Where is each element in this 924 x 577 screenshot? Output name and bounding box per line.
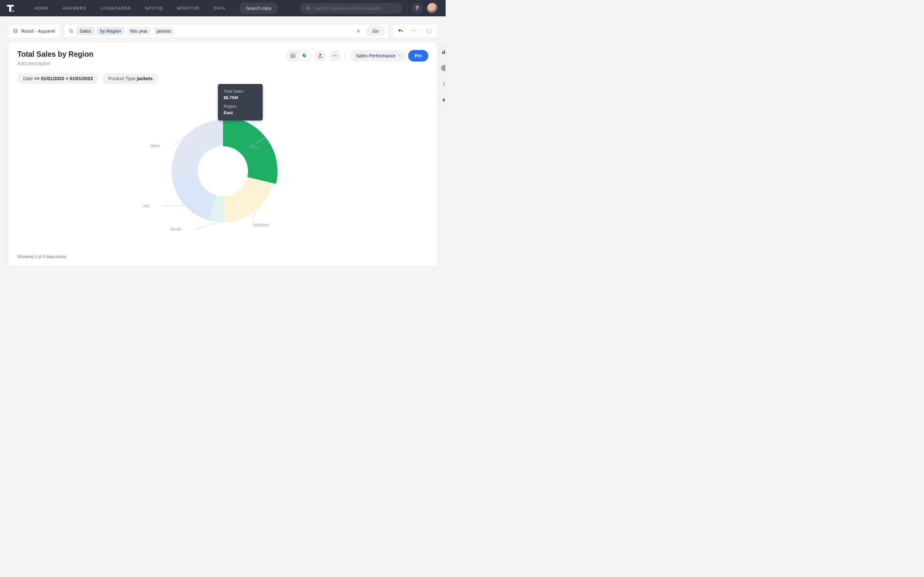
datasource-label: Retail - Apparel <box>21 29 55 34</box>
database-icon <box>13 29 18 34</box>
datasource-selector[interactable]: Retail - Apparel <box>8 24 60 38</box>
go-button[interactable]: Go <box>365 26 386 36</box>
liveboard-dropdown[interactable]: Sales Performance <box>350 50 405 61</box>
nav-home[interactable]: HOME <box>27 6 56 11</box>
gear-icon <box>441 65 446 71</box>
search-icon <box>69 29 74 34</box>
svg-line-21 <box>162 205 184 206</box>
nav-liveboards[interactable]: LIVEBOARDS <box>94 6 138 11</box>
spotiq-button[interactable] <box>438 94 446 106</box>
chart-area: Total Sales: $6.75M Region: East EastMid… <box>17 84 428 251</box>
slice-label-south: South <box>170 227 181 231</box>
svg-point-17 <box>336 55 337 56</box>
nav-monitor[interactable]: MONITOR <box>170 6 206 11</box>
slice-label-west: West <box>150 143 160 148</box>
more-icon <box>333 53 338 58</box>
answer-title[interactable]: Total Sales by Region <box>17 50 286 59</box>
nav-data[interactable]: DATA <box>207 6 233 11</box>
search-bar[interactable]: Sales by Region this year jackets Go <box>64 24 389 38</box>
reset-button[interactable] <box>424 26 435 37</box>
answer-description[interactable]: Add description <box>17 61 286 66</box>
redo-button[interactable] <box>407 26 418 37</box>
donut-chart[interactable]: EastMidwestSouthSouthwestWest <box>143 104 303 232</box>
history-controls <box>393 24 438 38</box>
divider <box>407 4 407 13</box>
svg-point-28 <box>444 82 444 83</box>
nav-answers[interactable]: ANSWERS <box>56 6 94 11</box>
info-icon <box>441 81 446 87</box>
undo-icon <box>398 28 404 34</box>
nav-spotiq[interactable]: SPOTIQ <box>138 6 170 11</box>
chart-config-button[interactable] <box>438 46 446 58</box>
svg-point-6 <box>69 29 72 32</box>
query-toolbar: Retail - Apparel Sales by Region this ye… <box>0 16 446 42</box>
export-icon <box>318 53 323 58</box>
bolt-icon <box>441 97 446 103</box>
svg-rect-25 <box>445 52 446 54</box>
table-view-button[interactable] <box>287 51 299 61</box>
divider <box>421 27 421 35</box>
table-icon <box>290 53 296 59</box>
donut-slice-east[interactable] <box>223 117 278 184</box>
query-token[interactable]: Sales <box>76 27 94 35</box>
search-icon <box>306 6 311 11</box>
query-token[interactable]: this year <box>127 27 151 35</box>
info-button[interactable] <box>438 78 446 90</box>
pie-chart-icon <box>302 53 307 59</box>
donut-slice-southwest[interactable] <box>172 175 216 221</box>
reset-icon <box>426 28 432 34</box>
divider <box>345 50 346 61</box>
viz-toggle <box>286 50 311 61</box>
filter-label: Date <box>23 76 34 81</box>
filter-label: Product Type <box>108 76 137 81</box>
filter-chip-date[interactable]: Date >= 01/01/2022 < 01/01/2023 <box>17 73 99 84</box>
svg-rect-23 <box>442 52 443 54</box>
chart-tooltip: Total Sales: $6.75M Region: East <box>218 84 263 121</box>
filter-chip-product-type[interactable]: Product Type jackets <box>102 73 158 84</box>
query-token[interactable]: by Region <box>97 27 124 35</box>
chart-view-button[interactable] <box>299 51 310 61</box>
svg-line-4 <box>309 9 310 10</box>
tooltip-metric-label: Total Sales: <box>224 89 257 95</box>
data-points-note: Showing 5 of 5 data points <box>17 254 428 259</box>
svg-rect-24 <box>444 50 445 53</box>
chevron-down-icon <box>398 53 402 58</box>
settings-button[interactable] <box>438 62 446 74</box>
user-avatar[interactable] <box>427 3 438 14</box>
global-search[interactable] <box>300 3 402 14</box>
undo-button[interactable] <box>395 26 406 37</box>
pin-button[interactable]: Pin <box>408 50 428 61</box>
search-data-button[interactable]: Search data <box>239 3 278 14</box>
svg-line-20 <box>194 222 217 229</box>
help-button[interactable]: ? <box>412 3 423 14</box>
more-actions-button[interactable] <box>329 50 341 61</box>
top-nav: HOME ANSWERS LIVEBOARDS SPOTIQ MONITOR D… <box>0 0 446 16</box>
svg-point-5 <box>14 29 17 30</box>
tooltip-metric-value: $6.75M <box>224 95 257 101</box>
donut-slice-midwest[interactable] <box>224 177 273 222</box>
filter-value: >= 01/01/2022 < 01/01/2023 <box>34 76 93 81</box>
global-search-input[interactable] <box>315 6 397 11</box>
slice-label-east: East <box>250 145 258 150</box>
filter-value: jackets <box>137 76 153 81</box>
tooltip-dim-label: Region: <box>224 103 257 110</box>
query-token[interactable]: jackets <box>153 27 174 35</box>
clear-query-button[interactable] <box>354 27 363 35</box>
svg-rect-1 <box>9 5 11 12</box>
svg-line-7 <box>72 32 73 33</box>
filter-chips: Date >= 01/01/2022 < 01/01/2023 Product … <box>17 73 428 84</box>
svg-point-26 <box>443 67 445 69</box>
svg-point-3 <box>307 7 310 9</box>
slice-label-southwest: Southwest <box>143 203 149 208</box>
answer-card: Total Sales by Region Add description <box>8 42 438 266</box>
export-button[interactable] <box>314 50 326 61</box>
redo-icon <box>410 28 416 34</box>
bar-chart-icon <box>441 49 446 55</box>
donut-slice-west[interactable] <box>172 120 223 179</box>
app-logo[interactable] <box>6 4 15 13</box>
liveboard-dropdown-label: Sales Performance <box>356 53 395 58</box>
svg-point-15 <box>333 55 334 56</box>
svg-point-2 <box>13 10 14 11</box>
svg-rect-10 <box>291 54 295 58</box>
nav-links: HOME ANSWERS LIVEBOARDS SPOTIQ MONITOR D… <box>27 6 233 11</box>
